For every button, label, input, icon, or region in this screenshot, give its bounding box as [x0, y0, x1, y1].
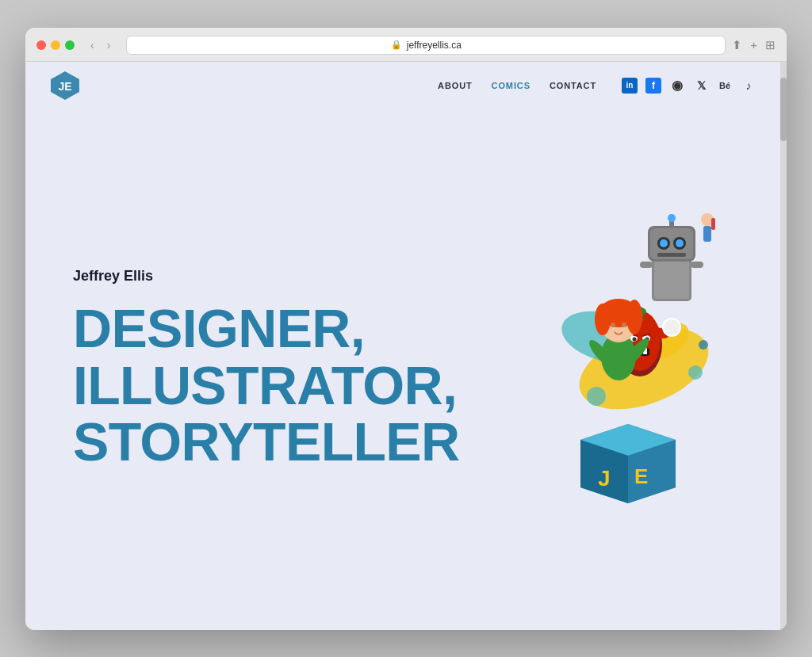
svg-point-31 [664, 319, 680, 335]
svg-point-5 [587, 387, 606, 406]
svg-point-51 [668, 214, 676, 222]
facebook-icon[interactable]: f [645, 78, 661, 94]
share-icon[interactable]: ⬆ [732, 38, 742, 52]
scrollbar[interactable] [780, 62, 787, 630]
nav-comics[interactable]: Comics [492, 81, 530, 90]
linkedin-icon[interactable]: in [622, 78, 638, 94]
svg-point-38 [622, 323, 626, 327]
nav-links: About Comics Contact in f ◉ 𝕏 Bé ♪ [438, 78, 756, 94]
hero-name: Jeffrey Ellis [73, 268, 459, 285]
browser-window: ‹ › 🔒 jeffreyellis.ca ⬆ + ⊞ JE [25, 28, 787, 630]
svg-point-47 [660, 239, 668, 247]
svg-point-35 [595, 304, 611, 335]
svg-rect-53 [691, 262, 703, 268]
minimize-button[interactable] [51, 40, 60, 50]
back-button[interactable]: ‹ [87, 37, 98, 53]
svg-rect-55 [703, 226, 711, 242]
forward-button[interactable]: › [104, 37, 114, 53]
svg-point-7 [699, 340, 708, 350]
svg-point-37 [611, 323, 615, 327]
svg-point-22 [633, 338, 637, 342]
instagram-icon[interactable]: ◉ [669, 78, 685, 94]
site-logo[interactable]: JE [49, 70, 81, 101]
hero-title: DESIGNER, ILLUSTRATOR, STORYTELLER [73, 300, 459, 470]
hero-title-line1: DESIGNER, [73, 300, 459, 357]
hero-section: Jeffrey Ellis DESIGNER, ILLUSTRATOR, STO… [25, 109, 787, 630]
new-tab-icon[interactable]: + [750, 38, 757, 52]
behance-icon[interactable]: Bé [717, 78, 733, 94]
traffic-lights [36, 40, 75, 50]
twitter-icon[interactable]: 𝕏 [693, 78, 709, 94]
close-button[interactable] [36, 40, 46, 50]
svg-rect-56 [711, 218, 715, 230]
tiktok-icon[interactable]: ♪ [741, 78, 756, 94]
hero-title-line3: STORYTELLER [73, 414, 459, 470]
scrollbar-thumb[interactable] [780, 78, 787, 141]
lock-icon: 🔒 [391, 40, 402, 50]
browser-actions: ⬆ + ⊞ [732, 38, 776, 52]
grid-icon[interactable]: ⊞ [765, 38, 776, 52]
browser-nav: ‹ › [87, 37, 113, 53]
website-content: JE About Comics Contact in f ◉ 𝕏 Bé ♪ [25, 62, 787, 630]
svg-rect-49 [657, 253, 686, 257]
svg-text:J: J [598, 466, 611, 491]
svg-rect-52 [640, 262, 653, 268]
address-bar[interactable]: 🔒 jeffreyellis.ca [126, 36, 726, 55]
svg-point-48 [676, 239, 684, 247]
social-icons: in f ◉ 𝕏 Bé ♪ [622, 78, 756, 94]
svg-text:E: E [634, 464, 648, 488]
svg-text:JE: JE [58, 80, 71, 93]
browser-chrome: ‹ › 🔒 jeffreyellis.ca ⬆ + ⊞ [25, 28, 787, 62]
url-text: jeffreyellis.ca [407, 40, 462, 51]
svg-point-36 [626, 300, 642, 334]
svg-point-6 [688, 365, 703, 380]
hero-text: Jeffrey Ellis DESIGNER, ILLUSTRATOR, STO… [73, 268, 459, 470]
nav-contact[interactable]: Contact [550, 81, 596, 90]
hero-title-line2: ILLUSTRATOR, [73, 357, 459, 414]
hero-illustration: J E [501, 186, 755, 519]
maximize-button[interactable] [65, 40, 75, 50]
site-navigation: JE About Comics Contact in f ◉ 𝕏 Bé ♪ [25, 62, 780, 109]
svg-rect-42 [654, 260, 689, 299]
nav-about[interactable]: About [438, 81, 473, 90]
